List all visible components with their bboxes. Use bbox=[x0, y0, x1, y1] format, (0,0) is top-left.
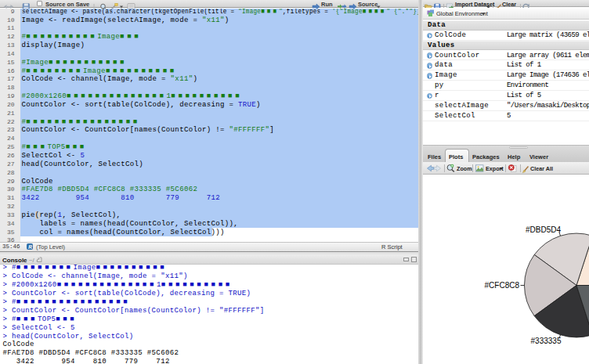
svg-text:#CFC8C8: #CFC8C8 bbox=[485, 281, 520, 290]
svg-text:#DBD5D4: #DBD5D4 bbox=[526, 225, 561, 234]
svg-text:#333335: #333335 bbox=[531, 336, 562, 344]
